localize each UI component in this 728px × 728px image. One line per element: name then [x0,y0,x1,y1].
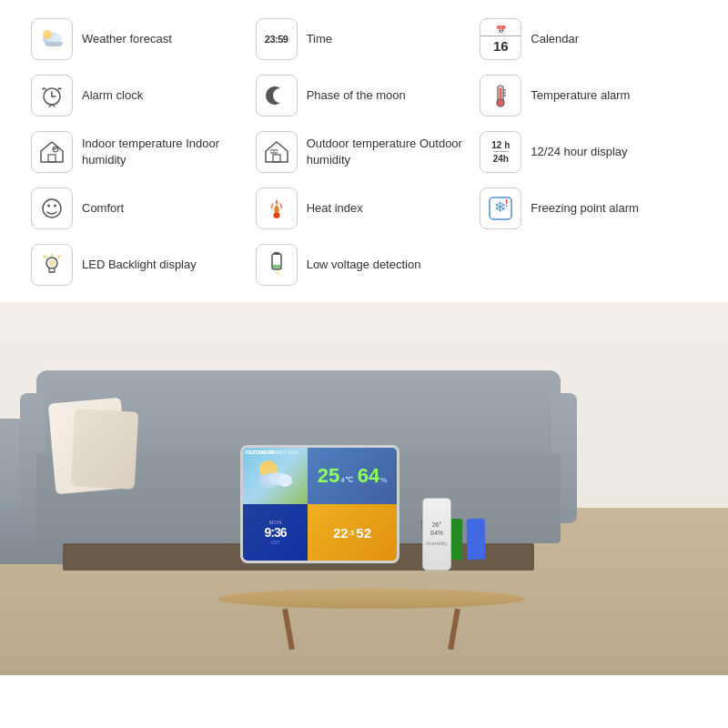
weather-forecast-label: Weather forecast [82,31,172,47]
empty-slot [476,237,701,293]
feature-freezing-alarm: ❄ ! Freezing point alarm [476,180,701,237]
led-display-icon [31,244,73,286]
time-icon: 23:59 [256,18,298,60]
indoor-icon [31,131,73,173]
svg-rect-33 [273,265,280,268]
hour-display-icon: 12 h 24h [480,131,521,173]
screen-forecast: FUTURE FORECAST [243,448,308,504]
heat-index-label: Heat index [307,200,363,217]
indoor-label: Indoor temperature Indoor humidity [82,136,248,168]
feature-heat-index: Heat index [252,180,477,237]
calendar-icon: 📅 16 [480,18,521,60]
heat-index-icon [256,187,298,229]
feature-temp-alarm: Temperature alarm [476,67,701,124]
feature-moon-phase: Phase of the moon [252,67,477,124]
svg-rect-11 [500,87,502,99]
feature-led-display: LED Backlight display [27,237,252,293]
screen-outdoor: OUTDOOR 25 4℃ 64 % [308,448,397,504]
feature-comfort: Comfort [27,180,252,237]
freezing-alarm-icon: ❄ ! [480,187,521,229]
svg-point-19 [43,199,61,217]
svg-point-30 [49,260,55,266]
alarm-clock-label: Alarm clock [82,87,143,104]
outdoor-label: Outdoor temperature Outdoor humidity [307,136,473,168]
time-label: Time [307,31,332,47]
features-section: Weather forecast 23:59 Time 📅 16 Calenda… [0,0,728,302]
moon-phase-label: Phase of the moon [307,87,406,104]
comfort-label: Comfort [82,200,124,217]
weather-forecast-icon [31,18,73,60]
svg-point-3 [43,30,52,39]
comfort-icon [31,187,73,229]
screen-time: MON 9:36 CST [243,504,308,561]
feature-weather-forecast: Weather forecast [27,11,252,67]
svg-line-27 [44,256,46,258]
feature-time: 23:59 Time [252,11,477,67]
svg-point-21 [54,205,56,207]
book-3 [467,519,486,560]
weather-station-device: FUTURE FORECAST OUTDOOR 25 4℃ 64 % MON 9… [240,445,399,563]
temp-alarm-label: Temperature alarm [531,87,630,104]
screen-indoor: 22 .3 52 [308,504,397,561]
alarm-clock-icon [31,75,73,116]
svg-text:!: ! [505,198,508,208]
moon-icon [256,75,298,116]
feature-alarm-clock: Alarm clock [27,67,252,124]
hour-display-label: 12/24 hour display [531,144,627,160]
remote-sensor: 26° 64% Humidity [422,498,451,571]
feature-outdoor: Outdoor temperature Outdoor humidity [252,124,477,180]
feature-indoor: Indoor temperature Indoor humidity [27,124,252,180]
feature-hour-display: 12 h 24h 12/24 hour display [476,124,701,180]
outdoor-icon [256,131,298,173]
svg-point-37 [278,474,292,487]
svg-point-20 [47,205,50,207]
svg-line-29 [58,256,60,258]
table-leg-left [282,609,295,650]
photo-section: FUTURE FORECAST OUTDOOR 25 4℃ 64 % MON 9… [0,302,728,675]
coffee-table [218,589,524,645]
table-leg-right [448,609,460,650]
svg-point-10 [497,99,504,106]
pillow-2 [71,409,138,490]
temp-alarm-icon [480,75,521,116]
svg-rect-17 [273,155,280,162]
low-voltage-icon [256,244,298,286]
feature-calendar: 📅 16 Calendar [476,11,701,67]
table-legs [264,609,478,645]
svg-rect-32 [274,252,279,255]
device-screen: FUTURE FORECAST OUTDOOR 25 4℃ 64 % MON 9… [243,448,397,561]
feature-low-voltage: Low voltage detection [252,237,477,293]
calendar-label: Calendar [531,31,579,47]
table-top [218,589,524,609]
low-voltage-label: Low voltage detection [307,257,421,273]
led-display-label: LED Backlight display [82,257,197,273]
freezing-alarm-label: Freezing point alarm [531,200,639,217]
svg-rect-15 [48,155,56,162]
